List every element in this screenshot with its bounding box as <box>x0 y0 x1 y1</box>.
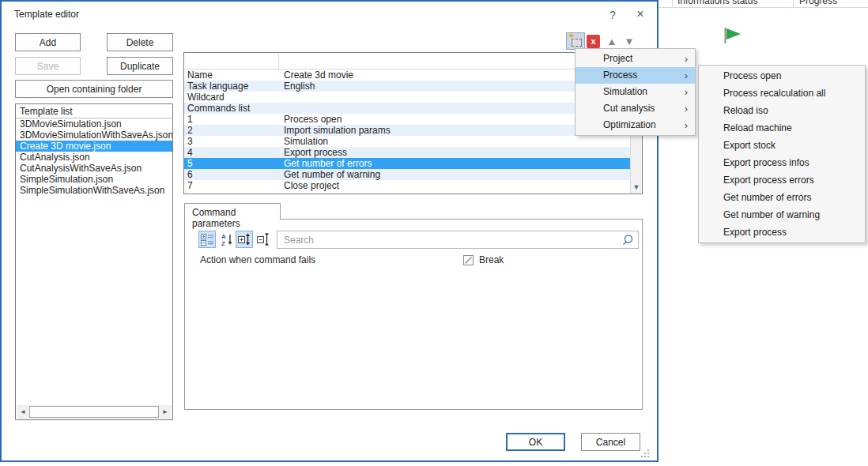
submenu-item[interactable]: Get number of errors <box>699 189 865 206</box>
table-cell-value: Simulation <box>279 136 630 147</box>
horizontal-scrollbar[interactable]: ◄ ► <box>17 405 172 419</box>
template-list-item[interactable]: SimpleSimulationWithSaveAs.json <box>16 185 172 196</box>
open-containing-folder-button[interactable]: Open containing folder <box>15 80 173 98</box>
break-checkbox-icon[interactable] <box>463 255 474 265</box>
template-list-item-label: CutAnalysis.json <box>20 152 90 163</box>
table-row[interactable]: 3 Simulation <box>184 136 630 147</box>
search-input[interactable] <box>277 231 639 249</box>
background-grid-header: Informations status Progress <box>659 0 868 8</box>
menu-item[interactable]: Simulation › <box>576 84 695 100</box>
green-flag-icon <box>723 28 744 45</box>
template-list-item-label: 3DMovieSimulationWithSaveAs.json <box>20 130 172 141</box>
menu-item-label: Optimization <box>603 119 656 130</box>
close-button[interactable]: × <box>630 5 651 22</box>
table-cell-key: 3 <box>184 136 279 147</box>
tab-command-parameters[interactable]: Command parameters <box>184 203 281 220</box>
submenu-item[interactable]: Get number of warning <box>699 206 865 224</box>
table-row[interactable]: 6 Get number of warning <box>184 169 630 180</box>
table-row[interactable]: Name Create 3d movie <box>184 70 630 81</box>
template-list-item[interactable]: SimpleSimulation.json <box>16 174 172 185</box>
submenu-item[interactable]: Export process infos <box>699 154 865 171</box>
table-cell-key: Name <box>184 70 279 81</box>
table-row[interactable]: 7 Close project <box>184 180 630 191</box>
move-up-button[interactable]: ▲ <box>604 35 620 48</box>
menu-item[interactable]: Project › <box>576 51 695 67</box>
table-header-row <box>184 53 630 70</box>
save-button[interactable]: Save <box>15 57 81 75</box>
submenu-item[interactable]: Process open <box>699 67 865 85</box>
expand-all-icon[interactable] <box>236 231 253 248</box>
template-list-header: Template list <box>16 104 172 118</box>
scroll-right-icon[interactable]: ► <box>159 405 172 419</box>
template-list: Template list 3DMovieSimulation.json 3DM… <box>15 103 173 420</box>
submenu-item[interactable]: Export stock <box>699 137 865 154</box>
categorized-view-icon[interactable] <box>198 231 216 248</box>
template-list-item-label: CutAnalysisWithSaveAs.json <box>20 163 142 174</box>
collapse-all-icon[interactable] <box>255 231 272 248</box>
scroll-down-icon[interactable]: ▼ <box>631 182 642 194</box>
menu-item-label: Project <box>603 53 632 64</box>
submenu-item[interactable]: Export process errors <box>699 171 865 189</box>
column-divider <box>672 0 673 8</box>
submenu-arrow-icon: › <box>685 51 688 67</box>
table-cell-key: 1 <box>184 114 279 125</box>
submenu-arrow-icon: › <box>685 100 688 117</box>
template-list-item[interactable]: 3DMovieSimulation.json <box>16 118 172 130</box>
table-cell-key: 7 <box>184 180 279 191</box>
add-button[interactable]: Add <box>15 33 81 51</box>
table-cell-key: 5 <box>184 158 279 169</box>
template-list-items: 3DMovieSimulation.json 3DMovieSimulation… <box>16 118 172 196</box>
process-submenu: Process open Process recalculation all R… <box>698 65 866 243</box>
search-field-wrap <box>277 231 639 249</box>
table-cell-key: Task language <box>184 81 279 92</box>
menu-item-label: Cut analysis <box>603 103 655 114</box>
template-list-item[interactable]: 3DMovieSimulationWithSaveAs.json <box>16 130 172 141</box>
table-row[interactable]: 1 Process open <box>184 114 630 125</box>
cancel-button[interactable]: Cancel <box>581 433 640 451</box>
template-list-item-label: SimpleSimulation.json <box>20 174 113 185</box>
move-down-button[interactable]: ▼ <box>621 35 637 48</box>
submenu-item[interactable]: Export process <box>699 224 865 241</box>
scrollbar-thumb[interactable] <box>29 406 159 418</box>
duplicate-button[interactable]: Duplicate <box>107 57 173 75</box>
template-list-item-label: Create 3D movie.json <box>20 141 111 152</box>
property-value[interactable]: Break <box>479 254 504 265</box>
template-list-item[interactable]: CutAnalysis.json <box>16 152 172 163</box>
search-icon <box>621 234 634 249</box>
menu-item[interactable]: Process › <box>576 67 695 84</box>
table-row[interactable]: 5 Get number of errors <box>184 158 630 169</box>
menu-item[interactable]: Optimization › <box>576 117 695 133</box>
column-header-informations-status[interactable]: Informations status <box>677 0 757 6</box>
table-cell-value: Get number of warning <box>279 169 630 180</box>
template-list-item[interactable]: Create 3D movie.json <box>16 141 172 152</box>
table-row[interactable]: Commands list <box>184 103 630 114</box>
ok-button[interactable]: OK <box>506 433 565 451</box>
table-rows: Name Create 3d movie Task language Engli… <box>184 70 642 191</box>
resize-grip[interactable] <box>640 449 650 458</box>
dialog-title: Template editor <box>14 9 79 20</box>
table-cell-key: Commands list <box>184 103 279 114</box>
screen: Informations status Progress Template ed… <box>0 0 868 466</box>
menu-item[interactable]: Cut analysis › <box>576 100 695 117</box>
commands-table: Name Create 3d movie Task language Engli… <box>183 52 643 194</box>
table-row[interactable]: 4 Export process <box>184 147 630 158</box>
svg-text:Z: Z <box>221 240 225 246</box>
alphabetical-sort-icon[interactable]: A Z <box>218 231 236 248</box>
menu-item-label: Process <box>603 70 637 81</box>
template-list-item[interactable]: CutAnalysisWithSaveAs.json <box>16 163 172 174</box>
delete-button[interactable]: Delete <box>107 33 173 51</box>
delete-command-button[interactable]: x <box>587 35 600 48</box>
table-row[interactable]: Wildcard <box>184 92 630 103</box>
scroll-left-icon[interactable]: ◄ <box>17 405 29 419</box>
submenu-item[interactable]: Reload machine <box>699 119 865 137</box>
submenu-item[interactable]: Process recalculation all <box>699 85 865 102</box>
command-parameters-panel: A Z <box>184 219 643 410</box>
help-button[interactable]: ? <box>602 5 623 22</box>
column-header-progress[interactable]: Progress <box>799 0 837 6</box>
table-row[interactable]: 2 Import simulation params <box>184 125 630 136</box>
table-row[interactable]: Task language English <box>184 81 630 92</box>
table-cell-value: Close project <box>279 180 630 191</box>
add-command-button[interactable]: ✦ <box>566 32 585 50</box>
command-category-menu: Project › Process › Simulation › Cut ana… <box>575 48 696 136</box>
submenu-item[interactable]: Reload iso <box>699 102 865 119</box>
